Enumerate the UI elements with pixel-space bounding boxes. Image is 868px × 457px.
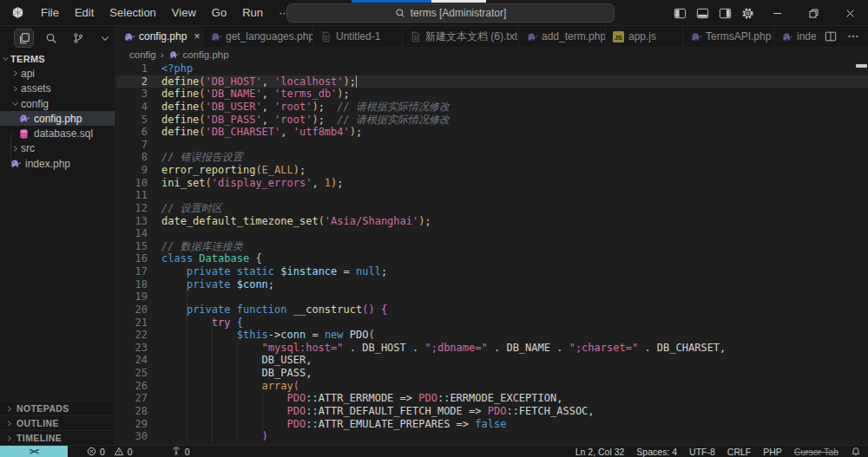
code-line-1[interactable]: 1<?php	[116, 62, 868, 75]
line-number[interactable]: 2	[116, 75, 148, 88]
tree-item-src[interactable]: src	[0, 141, 115, 156]
tree-item-config.php[interactable]: config.php	[0, 111, 115, 126]
code-line-7[interactable]: 7	[116, 139, 868, 152]
code-line-24[interactable]: 24 DB_USER,	[116, 354, 868, 367]
tree-item-index.php[interactable]: index.php	[0, 156, 115, 171]
tree-item-database.sql[interactable]: database.sql	[0, 126, 115, 140]
line-number[interactable]: 6	[116, 126, 148, 139]
line-number[interactable]: 7	[116, 139, 148, 152]
line-number[interactable]: 29	[116, 418, 148, 431]
code-line-5[interactable]: 5define('DB_PASS', 'root'); // 请根据实际情况修改	[116, 114, 868, 127]
line-number[interactable]: 3	[116, 88, 148, 101]
line-number[interactable]: 25	[116, 367, 148, 380]
explorer-view-icon[interactable]	[14, 29, 34, 48]
line-number[interactable]: 12	[116, 202, 148, 215]
command-center-search[interactable]: terms [Administrator]	[286, 3, 615, 23]
line-number[interactable]: 17	[116, 265, 148, 278]
menu-selection[interactable]: Selection	[102, 0, 163, 26]
line-number[interactable]: 20	[116, 304, 148, 317]
code-line-22[interactable]: 22 $this->conn = new PDO(	[116, 329, 868, 342]
tab-TermsAPI.php[interactable]: TermsAPI.php	[683, 26, 774, 47]
tab-index.php[interactable]: index.php	[774, 26, 822, 47]
remote-indicator[interactable]: ><	[0, 446, 68, 457]
menu-edit[interactable]: Edit	[67, 0, 102, 26]
restore-button[interactable]	[795, 0, 832, 26]
status-ln-2-col-32[interactable]: Ln 2, Col 32	[575, 447, 625, 457]
line-number[interactable]: 19	[116, 291, 148, 304]
menu-run[interactable]: Run	[234, 0, 271, 26]
code-line-21[interactable]: 21 try {	[116, 317, 868, 330]
code-line-27[interactable]: 27 PDO::ATTR_ERRMODE => PDO::ERRMODE_EXC…	[116, 392, 868, 405]
code-line-20[interactable]: 20 private function __construct() {	[116, 304, 868, 317]
status-spaces-4[interactable]: Spaces: 4	[636, 447, 677, 457]
line-number[interactable]: 1	[116, 62, 148, 75]
close-tab-icon[interactable]: ×	[194, 30, 200, 42]
code-line-18[interactable]: 18 private $conn;	[116, 278, 868, 291]
problems-indicator[interactable]: 0 0	[87, 447, 133, 457]
line-number[interactable]: 8	[116, 151, 148, 164]
code-line-8[interactable]: 8// 错误报告设置	[116, 151, 868, 164]
status-utf-8[interactable]: UTF-8	[689, 447, 715, 457]
line-number[interactable]: 4	[116, 101, 148, 114]
tab-Untitled-1[interactable]: Untitled-1	[313, 26, 403, 47]
line-number[interactable]: 10	[116, 177, 148, 190]
code-line-28[interactable]: 28 PDO::ATTR_DEFAULT_FETCH_MODE => PDO::…	[116, 405, 868, 418]
code-line-23[interactable]: 23 "mysql:host=" . DB_HOST . ";dbname=" …	[116, 342, 868, 355]
notifications-bell-icon[interactable]	[851, 447, 861, 457]
status-cursor-tab[interactable]: Cursor Tab	[794, 447, 838, 457]
split-editor-icon[interactable]	[825, 30, 837, 42]
tree-root-terms[interactable]: TERMS	[0, 51, 115, 66]
code-line-29[interactable]: 29 PDO::ATTR_EMULATE_PREPARES => false	[116, 418, 868, 431]
ports-indicator[interactable]: 0	[171, 447, 190, 457]
line-number[interactable]: 14	[116, 227, 148, 240]
line-number[interactable]: 18	[116, 278, 148, 291]
code-line-25[interactable]: 25 DB_PASS,	[116, 367, 868, 380]
code-editor[interactable]: 1<?php2define('DB_HOST', 'localhost');3d…	[116, 62, 868, 445]
code-line-16[interactable]: 16class Database {	[116, 252, 868, 265]
code-line-15[interactable]: 15// 数据库连接类	[116, 240, 868, 253]
line-number[interactable]: 13	[116, 215, 148, 228]
code-line-30[interactable]: 30 )	[116, 430, 868, 443]
tab-config.php[interactable]: config.php×	[116, 26, 203, 47]
code-line-3[interactable]: 3define('DB_NAME', 'terms_db');	[116, 88, 868, 101]
close-window-button[interactable]	[832, 0, 868, 26]
status-crlf[interactable]: CRLF	[727, 447, 751, 457]
line-number[interactable]: 30	[116, 430, 148, 443]
section-timeline[interactable]: TIMELINE	[0, 430, 115, 445]
code-line-4[interactable]: 4define('DB_USER', 'root'); // 请根据实际情况修改	[116, 101, 868, 114]
line-number[interactable]: 5	[116, 114, 148, 127]
line-number[interactable]: 15	[116, 240, 148, 253]
code-line-26[interactable]: 26 array(	[116, 380, 868, 393]
menu-view[interactable]: View	[164, 0, 204, 26]
code-line-13[interactable]: 13date_default_timezone_set('Asia/Shangh…	[116, 215, 868, 228]
tab-get_languages.php[interactable]: get_languages.php	[203, 26, 313, 47]
status-php[interactable]: PHP	[763, 447, 782, 457]
menu-go[interactable]: Go	[204, 0, 234, 26]
line-number[interactable]: 11	[116, 189, 148, 202]
toggle-sidebar-icon[interactable]	[668, 0, 691, 26]
breadcrumb-file[interactable]: config.php	[183, 49, 229, 60]
code-line-14[interactable]: 14	[116, 227, 868, 240]
code-line-2[interactable]: 2define('DB_HOST', 'localhost');	[116, 75, 868, 88]
line-number[interactable]: 28	[116, 405, 148, 418]
line-number[interactable]: 24	[116, 354, 148, 367]
search-view-icon[interactable]	[41, 29, 61, 48]
settings-gear-icon[interactable]	[736, 0, 759, 26]
code-line-12[interactable]: 12// 设置时区	[116, 202, 868, 215]
tree-item-api[interactable]: api	[0, 66, 115, 81]
code-line-6[interactable]: 6define('DB_CHARSET', 'utf8mb4');	[116, 126, 868, 139]
code-line-19[interactable]: 19	[116, 291, 868, 304]
tab-________6_.txt[interactable]: 新建文本文档 (6).txt	[403, 26, 519, 47]
section-outline[interactable]: OUTLINE	[0, 415, 115, 430]
line-number[interactable]: 22	[116, 329, 148, 342]
tree-item-config[interactable]: config	[0, 96, 115, 111]
code-line-9[interactable]: 9error_reporting(E_ALL);	[116, 164, 868, 177]
line-number[interactable]: 21	[116, 317, 148, 330]
toggle-panel-icon[interactable]	[691, 0, 713, 26]
more-views-chevron-icon[interactable]	[95, 29, 115, 48]
code-line-17[interactable]: 17 private static $instance = null;	[116, 265, 868, 278]
tab-add_term.php[interactable]: add_term.php	[519, 26, 606, 47]
tree-item-assets[interactable]: assets	[0, 82, 115, 96]
menu-file[interactable]: File	[33, 0, 67, 26]
code-line-10[interactable]: 10ini_set('display_errors', 1);	[116, 177, 868, 190]
